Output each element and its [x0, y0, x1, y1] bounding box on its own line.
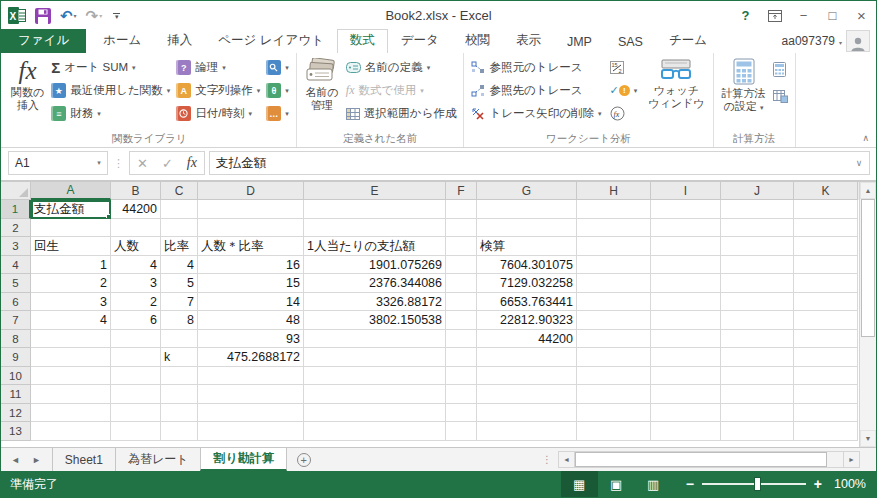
- math-trig-button[interactable]: θ▾: [263, 79, 292, 102]
- cell-C13[interactable]: [161, 422, 198, 441]
- cell-E9[interactable]: [304, 348, 446, 367]
- cell-K5[interactable]: [794, 274, 858, 293]
- cell-C8[interactable]: [161, 330, 198, 349]
- vertical-scroll-thumb[interactable]: [861, 199, 875, 337]
- name-manager-button[interactable]: 名前の 管理: [301, 56, 343, 114]
- cell-F7[interactable]: [446, 311, 477, 330]
- cell-G10[interactable]: [477, 367, 577, 386]
- cell-J1[interactable]: [721, 200, 794, 219]
- ribbon-tab-page-layout[interactable]: ページ レイアウト: [205, 29, 337, 53]
- cell-I6[interactable]: [651, 293, 721, 312]
- cell-K10[interactable]: [794, 367, 858, 386]
- cell-E2[interactable]: [304, 219, 446, 238]
- cell-G8[interactable]: 44200: [477, 330, 577, 349]
- cell-B10[interactable]: [111, 367, 161, 386]
- sheet-nav-prev-icon[interactable]: ◄: [11, 455, 20, 465]
- row-header-9[interactable]: 9: [1, 348, 31, 367]
- cell-E6[interactable]: 3326.88172: [304, 293, 446, 312]
- ribbon-tab-sas[interactable]: SAS: [605, 32, 656, 53]
- cell-E11[interactable]: [304, 385, 446, 404]
- expand-formula-bar-icon[interactable]: ∨: [849, 158, 869, 168]
- horizontal-scrollbar[interactable]: [575, 451, 843, 468]
- zoom-slider[interactable]: [702, 483, 806, 485]
- zoom-in-button[interactable]: +: [814, 477, 822, 491]
- trace-dependents-button[interactable]: 参照先のトレース: [468, 79, 604, 102]
- cell-F3[interactable]: [446, 237, 477, 256]
- minimize-button[interactable]: −: [789, 1, 818, 30]
- row-header-6[interactable]: 6: [1, 293, 31, 312]
- cell-D7[interactable]: 48: [198, 311, 304, 330]
- datetime-button[interactable]: 日付/時刻▾: [173, 102, 263, 125]
- sheet-tab-kawase-rate[interactable]: 為替レート: [115, 448, 202, 471]
- cell-G2[interactable]: [477, 219, 577, 238]
- cell-G12[interactable]: [477, 404, 577, 423]
- cell-J2[interactable]: [721, 219, 794, 238]
- cell-H2[interactable]: [577, 219, 651, 238]
- cell-J11[interactable]: [721, 385, 794, 404]
- cell-B3[interactable]: 人数: [111, 237, 161, 256]
- create-from-selection-button[interactable]: 選択範囲から作成: [343, 102, 460, 125]
- cell-B13[interactable]: [111, 422, 161, 441]
- column-header-A[interactable]: A: [31, 182, 111, 200]
- remove-arrows-button[interactable]: トレース矢印の削除▾: [468, 102, 604, 125]
- row-header-12[interactable]: 12: [1, 404, 31, 423]
- cell-C5[interactable]: 5: [161, 274, 198, 293]
- ribbon-tab-data[interactable]: データ: [388, 29, 452, 53]
- cell-K7[interactable]: [794, 311, 858, 330]
- cell-A6[interactable]: 3: [31, 293, 111, 312]
- cell-K3[interactable]: [794, 237, 858, 256]
- cell-I4[interactable]: [651, 256, 721, 275]
- cell-K12[interactable]: [794, 404, 858, 423]
- cell-F9[interactable]: [446, 348, 477, 367]
- calculate-sheet-button[interactable]: [770, 85, 791, 108]
- cell-K1[interactable]: [794, 200, 858, 219]
- evaluate-formula-button[interactable]: fx: [607, 102, 641, 125]
- ribbon-tab-formulas[interactable]: 数式: [337, 29, 388, 53]
- cell-J5[interactable]: [721, 274, 794, 293]
- cell-H6[interactable]: [577, 293, 651, 312]
- cell-H9[interactable]: [577, 348, 651, 367]
- cell-D12[interactable]: [198, 404, 304, 423]
- cell-G11[interactable]: [477, 385, 577, 404]
- ribbon-tab-file[interactable]: ファイル: [1, 29, 86, 53]
- use-in-formula-button[interactable]: fx 数式で使用▾: [343, 79, 460, 102]
- cell-A12[interactable]: [31, 404, 111, 423]
- cell-J3[interactable]: [721, 237, 794, 256]
- cell-F6[interactable]: [446, 293, 477, 312]
- logical-button[interactable]: ? 論理▾: [173, 56, 263, 79]
- cell-A7[interactable]: 4: [31, 311, 111, 330]
- cell-D10[interactable]: [198, 367, 304, 386]
- column-header-K[interactable]: K: [794, 182, 858, 200]
- calculation-options-button[interactable]: 計算方法 の設定 ▾: [718, 56, 770, 116]
- cell-E12[interactable]: [304, 404, 446, 423]
- cell-E13[interactable]: [304, 422, 446, 441]
- ribbon-tab-review[interactable]: 校閲: [452, 29, 503, 53]
- customize-qat-button[interactable]: ▾: [113, 13, 120, 19]
- cell-K2[interactable]: [794, 219, 858, 238]
- cell-A8[interactable]: [31, 330, 111, 349]
- redo-button[interactable]: ↷▾: [86, 8, 103, 23]
- cell-A3[interactable]: 回生: [31, 237, 111, 256]
- cell-D9[interactable]: 475.2688172: [198, 348, 304, 367]
- cell-I13[interactable]: [651, 422, 721, 441]
- cell-C9[interactable]: k: [161, 348, 198, 367]
- cell-F1[interactable]: [446, 200, 477, 219]
- account-area[interactable]: aa097379 ▾: [782, 30, 870, 52]
- cell-C1[interactable]: [161, 200, 198, 219]
- cell-A10[interactable]: [31, 367, 111, 386]
- vertical-scrollbar[interactable]: ▲ ▼: [859, 182, 876, 447]
- horizontal-scroll-thumb[interactable]: [575, 452, 827, 467]
- cell-E1[interactable]: [304, 200, 446, 219]
- ribbon-tab-jmp[interactable]: JMP: [554, 32, 605, 53]
- cell-B1[interactable]: 44200: [111, 200, 161, 219]
- cell-F10[interactable]: [446, 367, 477, 386]
- cell-F13[interactable]: [446, 422, 477, 441]
- row-header-10[interactable]: 10: [1, 367, 31, 386]
- watch-window-button[interactable]: ウォッチ ウィンドウ: [644, 56, 708, 112]
- zoom-out-button[interactable]: −: [686, 477, 694, 491]
- cell-D13[interactable]: [198, 422, 304, 441]
- row-header-1[interactable]: 1: [1, 200, 31, 219]
- cell-F2[interactable]: [446, 219, 477, 238]
- cell-I10[interactable]: [651, 367, 721, 386]
- column-header-E[interactable]: E: [304, 182, 446, 200]
